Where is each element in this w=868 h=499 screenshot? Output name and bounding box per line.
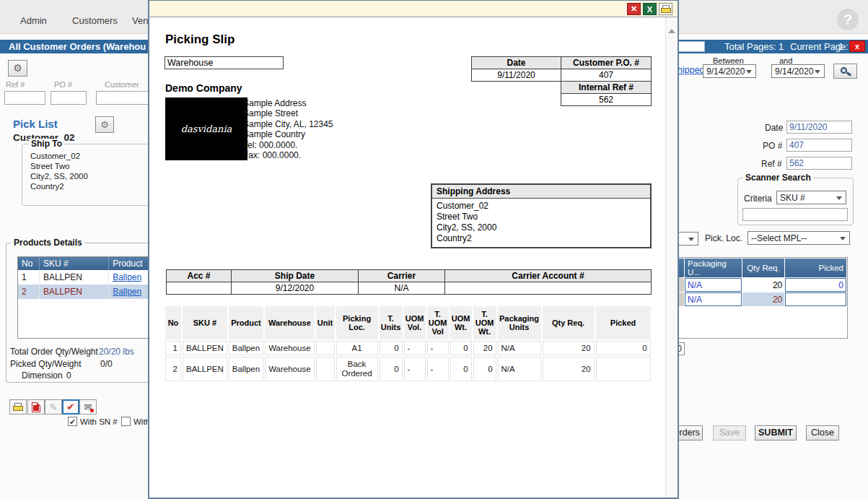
settings-gear-button[interactable]: ⚙ xyxy=(8,60,27,77)
po-filter-label: PO # xyxy=(54,80,72,89)
product-link[interactable]: Ballpen xyxy=(113,287,141,297)
dimension-value: 0 xyxy=(66,370,71,381)
with-checkbox[interactable] xyxy=(121,417,131,426)
order-info-table: Date Customer P.O. # 9/11/2020 407 Inter… xyxy=(471,56,652,106)
check-icon: ✔ xyxy=(67,402,75,412)
ref-field-label: Ref # xyxy=(761,159,782,169)
ship-to-legend: Ship To xyxy=(29,139,64,149)
customer-po-header: Customer P.O. # xyxy=(561,57,652,69)
internal-ref-value: 562 xyxy=(561,94,652,106)
page-title: All Customer Orders (Warehou xyxy=(9,41,146,52)
search-icon xyxy=(841,66,851,77)
modal-title: Picking Slip xyxy=(165,32,234,47)
po-field-label: PO # xyxy=(763,141,782,151)
search-orders-button[interactable] xyxy=(833,64,857,79)
shipped-link[interactable]: hipped xyxy=(678,65,705,75)
products-details-legend: Products Details xyxy=(12,238,84,248)
item-row-1: 1 BALLPEN Ballpen Warehouse A1 0 - - 0 2… xyxy=(165,341,651,355)
with-sn-checkbox[interactable]: ✔ xyxy=(68,417,77,426)
pick-loc-label: Pick. Loc. xyxy=(705,233,742,243)
date-field[interactable]: 9/11/2020 xyxy=(786,121,852,134)
printer-icon xyxy=(13,403,23,412)
gear-pencil-icon: ⚙ xyxy=(100,119,109,130)
ref-field[interactable]: 562 xyxy=(786,157,852,170)
customer-filter-label: Customer xyxy=(105,80,139,89)
dimension-label: Dimension xyxy=(22,370,63,381)
modal-scrollbar[interactable] xyxy=(665,17,678,498)
scroll-up-icon[interactable] xyxy=(668,29,675,33)
back-ordered-highlight: Back Ordered xyxy=(336,357,378,381)
tab-vendors[interactable]: Ven xyxy=(132,15,148,26)
grid-row-2[interactable]: N/A 20 xyxy=(675,292,846,306)
tab-admin[interactable]: Admin xyxy=(20,15,47,26)
pdf-export-button[interactable] xyxy=(27,399,45,415)
total-pages-value: 1 xyxy=(779,41,784,52)
product-link[interactable]: Ballpen xyxy=(113,272,141,282)
criteria-dropdown[interactable]: SKU # xyxy=(776,191,846,204)
col-picked: Picked xyxy=(785,259,846,277)
page-number-box[interactable] xyxy=(675,41,705,52)
col-qty-req: Qty Req. xyxy=(742,259,785,277)
pick-list-title: Pick List xyxy=(13,118,58,130)
modal-close-icon[interactable]: ✕ xyxy=(627,3,641,15)
with-sn-label: With SN # xyxy=(80,417,118,426)
print-pick-button[interactable] xyxy=(9,399,27,415)
save-button[interactable]: Save xyxy=(713,425,746,441)
po-field[interactable]: 407 xyxy=(786,139,852,152)
sign-button[interactable]: ✎ xyxy=(45,399,62,415)
date-to-dropdown[interactable]: 9/14/2020 xyxy=(771,64,825,78)
date-from-value: 9/14/2020 xyxy=(706,66,745,77)
close-page-icon[interactable]: x xyxy=(849,40,865,52)
envelope-icon: ✉ xyxy=(84,402,92,412)
customer-po-value: 407 xyxy=(561,69,652,82)
tab-customers[interactable]: Customers xyxy=(72,15,118,26)
ref-filter-label: Ref # xyxy=(6,80,25,89)
date-to-value: 9/14/2020 xyxy=(775,66,813,77)
pdf-icon xyxy=(32,402,40,412)
item-row-2: 2 BALLPEN Ballpen Warehouse Back Ordered… xyxy=(165,357,651,381)
pick-check-button[interactable]: ✔ xyxy=(62,399,79,415)
app-screen: Admin Customers Ven ? All Customer Order… xyxy=(0,0,868,499)
col-sku: SKU # xyxy=(40,257,109,270)
email-button[interactable]: ✉ xyxy=(79,399,97,415)
excel-export-icon[interactable]: X xyxy=(643,3,657,15)
ref-filter-input[interactable] xyxy=(4,91,45,105)
ship-to-line: Country2 xyxy=(30,182,64,191)
date-from-dropdown[interactable]: 9/14/2020 xyxy=(703,64,756,78)
order-date-header: Date xyxy=(472,57,561,69)
picked-qty-label: Picked Qty/Weight xyxy=(10,359,81,369)
gear-icon: ⚙ xyxy=(13,62,22,74)
shipping-address-title: Shipping Address xyxy=(432,185,650,199)
close-button[interactable]: Close xyxy=(806,425,839,441)
col-packaging: Packaging U... xyxy=(685,259,742,277)
grid-row-1[interactable]: N/A 20 0 xyxy=(675,278,846,292)
warehouse-input[interactable] xyxy=(165,56,284,69)
total-pages-label: Total Pages: xyxy=(724,41,776,52)
company-logo: dasvidania xyxy=(165,97,247,160)
company-address: Sample Address Sample Street Sample City… xyxy=(243,98,333,160)
modal-print-icon[interactable] xyxy=(659,3,672,15)
pick-loc-dropdown[interactable]: --Select MPL-- xyxy=(748,231,850,245)
criteria-label: Criteria xyxy=(744,194,772,204)
items-table: No SKU # Product Warehouse Unit Picking … xyxy=(164,305,652,383)
logo-text: dasvidania xyxy=(181,123,232,134)
printer-icon xyxy=(661,5,671,14)
pick-loc-value: --Select MPL-- xyxy=(751,233,807,243)
picked-input[interactable] xyxy=(785,292,846,306)
order-date-value: 9/11/2020 xyxy=(472,69,561,82)
scanner-input[interactable] xyxy=(742,208,848,221)
company-name: Demo Company xyxy=(165,82,242,94)
submit-button[interactable]: SUBMIT xyxy=(755,425,797,441)
scanner-search-legend: Scanner Search xyxy=(743,173,813,183)
picking-slip-modal: ✕ X Picking Slip Date Customer P.O. # 9/… xyxy=(148,0,679,499)
carrier-table: Acc # Ship Date Carrier Carrier Account … xyxy=(166,269,652,295)
col-no: No xyxy=(18,257,40,270)
picked-qty-value: 0/0 xyxy=(100,359,113,369)
modal-titlebar: ✕ X xyxy=(149,1,678,17)
total-qty-value: 20/20 lbs xyxy=(99,347,134,357)
help-icon[interactable]: ? xyxy=(837,9,859,30)
order-items-grid: Packaging U... Qty Req. Picked N/A 20 0 … xyxy=(674,257,848,339)
po-filter-input[interactable] xyxy=(51,91,87,105)
ship-to-line: Street Two xyxy=(30,162,70,170)
pick-list-settings-button[interactable]: ⚙ xyxy=(95,116,114,133)
